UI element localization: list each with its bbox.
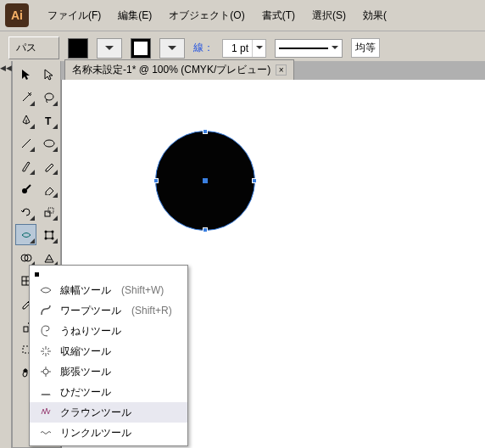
flyout-item-label: 線幅ツール [60,283,111,298]
width-tool[interactable] [15,224,36,245]
anchor-point[interactable] [252,178,257,183]
arrow-outline-icon [43,69,55,81]
chevron-down-icon [105,46,114,51]
svg-text:T: T [45,115,52,126]
stroke-style-preview [279,48,328,49]
pen-tool[interactable] [15,109,36,131]
chevron-down-icon [332,46,338,50]
close-tab-button[interactable]: × [276,64,287,76]
selection-name[interactable]: パス [8,36,59,59]
bloat-tool-icon [38,364,53,379]
selected-ellipse[interactable] [155,131,255,231]
transform-icon [43,229,55,241]
selection-tool[interactable] [15,64,36,85]
svg-point-10 [44,237,47,239]
free-transform-tool[interactable] [38,224,59,245]
rotate-tool[interactable] [15,201,36,222]
brush-icon [20,160,32,172]
stroke-width-input[interactable] [222,39,266,58]
flyout-twirl-tool[interactable]: うねりツール [30,321,187,341]
stroke-width-stepper[interactable] [252,40,265,57]
app-logo: Ai [5,3,29,27]
anchor-point[interactable] [153,178,159,183]
flyout-item-label: ワープツール [60,304,121,318]
svg-rect-6 [48,208,53,213]
stroke-swatch[interactable] [131,39,150,58]
tool-flyout-menu: 線幅ツール (Shift+W) ワープツール (Shift+R) うねりツール … [29,265,188,446]
pencil-tool[interactable] [38,155,59,176]
center-point[interactable] [203,178,208,183]
menu-effect[interactable]: 効果( [356,6,393,25]
stroke-profile-dropdown[interactable]: 均等 [351,38,380,58]
arrow-icon [20,69,32,81]
chevron-down-icon [168,46,176,51]
ellipse-tool[interactable] [38,132,59,154]
crystallize-tool-icon [38,405,53,420]
wrinkle-tool-icon [38,425,53,440]
stroke-style-dropdown[interactable] [275,39,343,58]
swatch-dropdown[interactable] [97,38,122,59]
menu-type[interactable]: 書式(T) [255,6,302,25]
flyout-crystallize-tool[interactable]: クラウンツール [30,402,187,423]
stroke-width-field[interactable] [223,40,252,57]
stroke-swatch-pair[interactable] [131,38,151,59]
flyout-item-label: リンクルツール [60,426,131,440]
blob-brush-tool[interactable] [15,178,36,199]
scale-tool[interactable] [38,201,59,222]
flyout-warp-tool[interactable]: ワープツール (Shift+R) [30,300,187,321]
tearoff-handle[interactable] [30,268,187,280]
wand-icon [20,92,32,104]
line-tool[interactable] [15,132,36,154]
magic-wand-tool[interactable] [15,87,36,108]
fill-swatch[interactable] [69,39,87,58]
anchor-point[interactable] [203,227,208,232]
menu-object[interactable]: オブジェクト(O) [162,6,251,25]
flyout-item-label: うねりツール [60,324,121,339]
stroke-swatch-dropdown[interactable] [159,38,185,59]
document-tabs: 名称未設定-1* @ 100% (CMYK/プレビュー) × [61,61,485,80]
width-tool-icon [38,283,53,298]
blob-icon [20,183,32,195]
chevron-down-icon [256,46,263,50]
svg-point-11 [51,237,53,239]
flyout-item-label: ひだツール [60,385,111,400]
paintbrush-tool[interactable] [15,155,36,176]
flyout-wrinkle-tool[interactable]: リンクルツール [30,423,187,443]
flyout-pucker-tool[interactable]: 収縮ツール [30,341,187,361]
menu-file[interactable]: ファイル(F) [41,6,108,25]
rotate-icon [20,206,32,218]
line-icon [20,137,32,149]
shapebuilder-icon [20,252,32,264]
flyout-bloat-tool[interactable]: 膨張ツール [30,361,187,382]
anchor-point[interactable] [203,129,208,134]
document-tab[interactable]: 名称未設定-1* @ 100% (CMYK/プレビュー) × [64,59,294,80]
flyout-width-tool[interactable]: 線幅ツール (Shift+W) [30,280,187,300]
lasso-tool[interactable] [38,87,59,108]
scallop-tool-icon [38,384,53,400]
menu-edit[interactable]: 編集(E) [111,6,159,25]
flyout-item-shortcut: (Shift+R) [131,305,172,316]
menu-bar: Ai ファイル(F) 編集(E) オブジェクト(O) 書式(T) 選択(S) 効… [0,0,485,31]
lasso-icon [43,92,55,104]
svg-point-8 [44,230,47,232]
eraser-icon [43,183,55,195]
direct-selection-tool[interactable] [38,64,59,85]
eraser-tool[interactable] [38,178,59,199]
stroke-label[interactable]: 線： [193,41,214,55]
stroke-profile-label: 均等 [355,41,376,55]
pucker-tool-icon [38,344,53,359]
svg-point-0 [45,93,53,100]
tool-collapse-handle[interactable]: ◀◀ [0,61,12,448]
perspective-icon [43,252,55,264]
flyout-scallop-tool[interactable]: ひだツール [30,382,187,402]
warp-tool-icon [38,303,53,318]
svg-rect-7 [46,232,53,238]
svg-point-9 [51,230,53,232]
fill-stroke-swatches[interactable] [68,38,88,59]
svg-point-3 [44,140,54,147]
flyout-item-label: 膨張ツール [60,365,111,379]
type-tool[interactable]: T [38,109,59,131]
menu-select[interactable]: 選択(S) [305,6,353,25]
flyout-item-label: クラウンツール [60,406,131,420]
type-icon: T [43,115,55,126]
